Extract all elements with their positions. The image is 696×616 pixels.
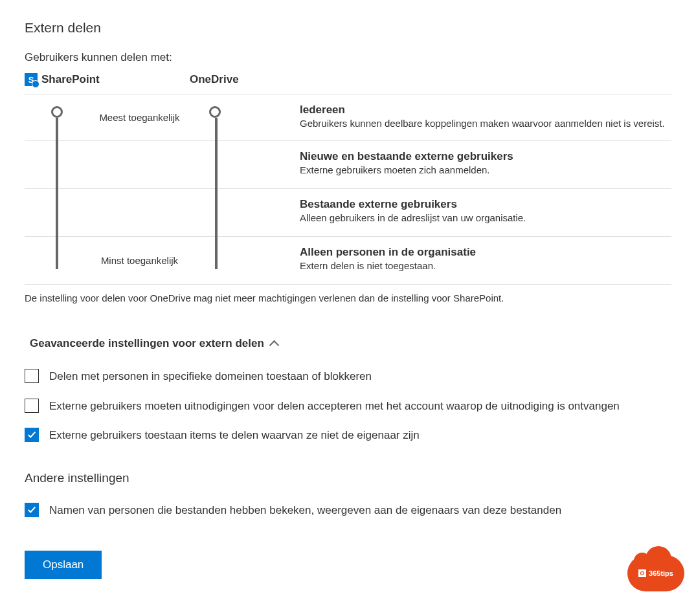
footnote: De instelling voor delen voor OneDrive m… xyxy=(25,292,671,303)
level-title: Iedereen xyxy=(300,104,671,116)
check-row-accept-invite: Externe gebruikers moeten uitnodigingen … xyxy=(25,398,671,415)
onedrive-slider-track xyxy=(215,237,218,269)
level-row-org-only: Minst toegankelijk Alleen personen in de… xyxy=(25,237,671,285)
check-row-domains: Delen met personen in specifieke domeine… xyxy=(25,368,671,385)
badge-text: 365tips xyxy=(649,569,673,577)
chevron-up-icon xyxy=(271,340,278,347)
365tips-badge: O365tips xyxy=(627,555,684,591)
sharepoint-slider-track xyxy=(56,189,58,237)
check-row-viewers: Namen van personen die bestanden hebben … xyxy=(25,502,671,519)
sharepoint-column-label: SharePoint xyxy=(41,73,100,86)
checkbox-label: Externe gebruikers moeten uitnodigingen … xyxy=(49,398,620,415)
level-desc: Gebruikers kunnen deelbare koppelingen m… xyxy=(300,118,671,129)
level-desc: Extern delen is niet toegestaan. xyxy=(300,260,671,271)
level-desc: Alleen gebruikers in de adreslijst van u… xyxy=(300,212,671,223)
checkbox-accept-invite[interactable] xyxy=(25,399,39,413)
checkbox-label: Namen van personen die bestanden hebben … xyxy=(49,502,561,519)
other-settings-header: Andere instellingen xyxy=(25,471,671,485)
page-title: Extern delen xyxy=(25,20,671,36)
level-row-everyone: Meest toegankelijk Iedereen Gebruikers k… xyxy=(25,94,671,141)
least-accessible-label: Minst toegankelijk xyxy=(89,237,190,284)
save-button[interactable]: Opslaan xyxy=(25,551,102,579)
level-title: Nieuwe en bestaande externe gebruikers xyxy=(300,150,671,163)
level-title: Bestaande externe gebruikers xyxy=(300,198,671,211)
level-row-existing: Bestaande externe gebruikers Alleen gebr… xyxy=(25,189,671,237)
onedrive-slider-handle[interactable] xyxy=(209,106,221,118)
sharepoint-icon: S xyxy=(25,73,38,86)
onedrive-column-label: OneDrive xyxy=(190,73,239,85)
most-accessible-label: Meest toegankelijk xyxy=(89,94,190,140)
sharepoint-slider-handle[interactable] xyxy=(51,106,63,118)
sharepoint-slider-track xyxy=(56,237,58,269)
sharepoint-slider-track xyxy=(56,141,58,189)
share-with-subtitle: Gebruikers kunnen delen met: xyxy=(25,51,671,64)
level-title: Alleen personen in de organisatie xyxy=(300,246,671,259)
onedrive-slider-track xyxy=(215,118,218,141)
advanced-settings-label: Geavanceerde instellingen voor extern de… xyxy=(30,337,264,350)
onedrive-slider-track xyxy=(215,141,218,189)
checkbox-viewers[interactable] xyxy=(25,503,39,517)
checkbox-reshare[interactable] xyxy=(25,428,39,442)
advanced-settings-toggle[interactable]: Geavanceerde instellingen voor extern de… xyxy=(30,337,671,350)
onedrive-slider-track xyxy=(215,189,218,237)
checkbox-label: Delen met personen in specifieke domeine… xyxy=(49,368,372,385)
checkbox-domains[interactable] xyxy=(25,369,39,383)
columns-header: S SharePoint OneDrive xyxy=(25,73,671,94)
level-row-new-existing: Nieuwe en bestaande externe gebruikers E… xyxy=(25,141,671,189)
level-desc: Externe gebruikers moeten zich aanmelden… xyxy=(300,164,671,175)
sharepoint-slider-track xyxy=(56,118,58,141)
checkbox-label: Externe gebruikers toestaan items te del… xyxy=(49,427,420,444)
office-icon: O xyxy=(638,569,646,577)
check-row-reshare: Externe gebruikers toestaan items te del… xyxy=(25,427,671,444)
